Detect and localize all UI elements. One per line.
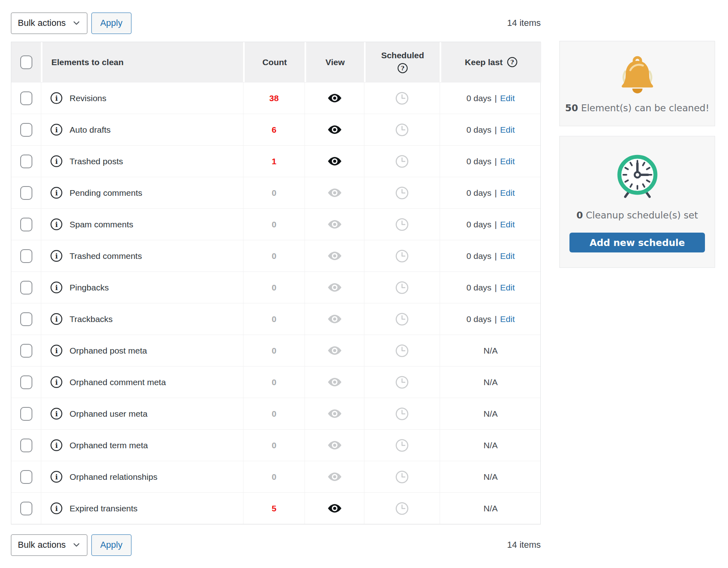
eye-icon[interactable] [327,409,342,419]
header-elements: Elements to clean [41,42,243,82]
row-checkbox[interactable] [20,439,32,452]
bulk-actions-select-bottom[interactable]: Bulk actions [11,534,87,556]
clock-icon [395,123,409,137]
clock-icon-glyph [395,91,409,105]
eye-icon[interactable] [327,345,342,356]
info-icon[interactable]: i [50,313,63,325]
eye-icon[interactable] [327,377,342,387]
row-checkbox[interactable] [20,344,32,358]
info-icon[interactable]: i [50,407,63,420]
svg-text:i: i [55,347,58,355]
info-icon[interactable]: i [50,155,63,167]
info-icon[interactable]: i [50,439,63,451]
clock-icon-glyph [395,218,409,231]
info-icon[interactable]: i [50,376,63,388]
eye-icon[interactable] [327,503,342,513]
edit-link[interactable]: Edit [500,251,515,261]
row-checkbox[interactable] [20,186,32,200]
element-name-cell: i Trackbacks [41,303,243,335]
row-checkbox[interactable] [20,312,32,326]
clock-icon-glyph [395,344,409,358]
separator: | [495,314,497,324]
view-cell [305,209,364,240]
svg-text:i: i [55,126,58,134]
eye-icon-glyph [327,188,342,198]
edit-link[interactable]: Edit [500,188,515,198]
eye-icon[interactable] [327,282,342,292]
keep-last-value: N/A [483,409,497,419]
select-all-checkbox[interactable] [20,55,32,69]
eye-icon[interactable] [327,251,342,261]
info-icon[interactable]: i [50,218,63,231]
edit-link[interactable]: Edit [500,93,515,103]
eye-icon[interactable] [327,156,342,166]
edit-link[interactable]: Edit [500,314,515,324]
count-value: 0 [272,441,277,450]
keep-last-cell: N/A [440,430,541,461]
info-icon[interactable]: i [50,250,63,262]
cleanable-text: 50 Element(s) can be cleaned! [565,103,709,113]
info-icon[interactable]: i [50,502,63,515]
info-icon[interactable]: i [50,344,63,357]
scheduled-cell [364,335,440,366]
eye-icon[interactable] [327,472,342,482]
bulk-actions-select-top[interactable]: Bulk actions [11,13,87,34]
add-new-schedule-button[interactable]: Add new schedule [569,233,705,252]
keep-last-edit-wrap: | Edit [495,93,515,103]
eye-icon[interactable] [327,188,342,198]
scheduled-help-icon[interactable]: ? [397,63,408,74]
row-checkbox[interactable] [20,407,32,421]
apply-button-bottom[interactable]: Apply [91,534,131,556]
schedule-text: 0 Cleanup schedule(s) set [576,210,698,220]
info-icon[interactable]: i [50,123,63,136]
edit-link[interactable]: Edit [500,220,515,229]
info-icon[interactable]: i [50,281,63,294]
count-cell: 38 [243,83,305,114]
row-checkbox-cell [11,335,41,366]
edit-link[interactable]: Edit [500,157,515,166]
count-cell: 0 [243,240,305,271]
info-icon[interactable]: i [50,187,63,199]
apply-button-top[interactable]: Apply [91,13,131,34]
keep-last-value: N/A [483,472,497,482]
eye-icon[interactable] [327,125,342,135]
schedule-count: 0 [576,210,583,220]
keep-last-cell: N/A [440,367,541,398]
row-checkbox-cell [11,177,41,208]
row-checkbox[interactable] [20,249,32,263]
eye-icon[interactable] [327,314,342,324]
elements-table: Elements to clean Count View Scheduled ?… [11,42,541,524]
row-checkbox[interactable] [20,281,32,295]
page: Bulk actions Apply 14 items Elements to … [0,0,728,556]
row-checkbox[interactable] [20,155,32,168]
row-checkbox[interactable] [20,502,32,515]
table-row: i Pending comments 0 0 days | Edit [11,177,540,208]
svg-text:i: i [55,284,58,292]
count-cell: 0 [243,272,305,303]
row-checkbox[interactable] [20,218,32,231]
eye-icon[interactable] [327,440,342,450]
count-value: 0 [272,283,277,292]
svg-text:i: i [55,378,58,386]
clock-icon-glyph [395,186,409,200]
eye-icon[interactable] [327,219,342,229]
row-checkbox[interactable] [20,470,32,484]
row-checkbox[interactable] [20,375,32,389]
eye-icon-glyph [327,219,342,229]
keep-last-help-icon[interactable]: ? [507,57,518,68]
info-icon[interactable]: i [50,92,63,104]
count-value: 0 [272,314,277,324]
info-icon-glyph: i [50,92,63,104]
info-icon[interactable]: i [50,471,63,483]
keep-last-value: 0 days [466,188,491,198]
count-value: 1 [272,157,277,166]
row-checkbox[interactable] [20,123,32,137]
edit-link[interactable]: Edit [500,283,515,292]
info-icon-glyph: i [50,123,63,136]
row-checkbox[interactable] [20,91,32,105]
keep-last-value: 0 days [466,220,491,229]
count-cell: 6 [243,114,305,145]
edit-link[interactable]: Edit [500,125,515,135]
row-checkbox-cell [11,83,41,114]
eye-icon[interactable] [327,93,342,103]
